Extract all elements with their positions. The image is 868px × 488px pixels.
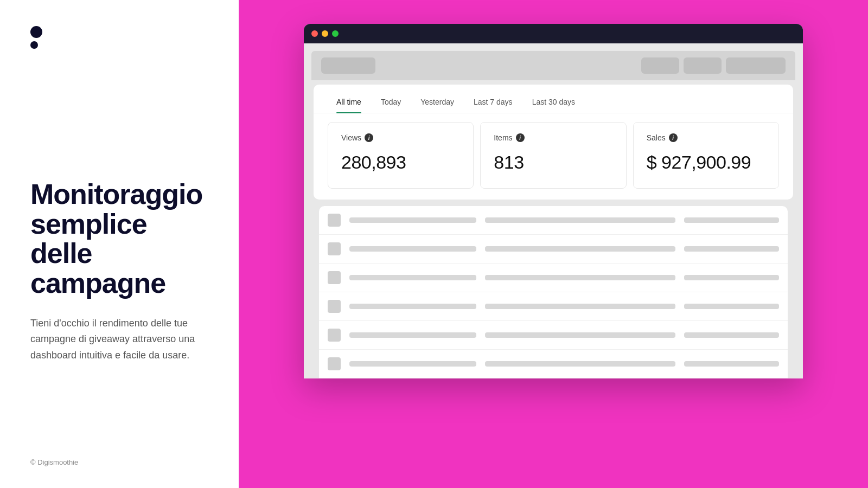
row-skel-3a (349, 275, 476, 280)
row-checkbox-1[interactable] (328, 214, 341, 227)
headline: Monitoraggio semplice delle campagne (30, 179, 208, 298)
stat-label-items-text: Items (494, 133, 512, 142)
logo (30, 26, 208, 49)
row-skel-6c (684, 361, 779, 367)
browser-mockup: All time Today Yesterday Last 7 days Las… (304, 24, 803, 378)
tab-all-time[interactable]: All time (327, 93, 371, 113)
tab-last-30-days[interactable]: Last 30 days (522, 93, 585, 113)
stat-card-sales: Sales i $ 927,900.99 (633, 122, 779, 189)
row-skel-4c (684, 304, 779, 309)
table-row (319, 235, 788, 264)
table-row (319, 292, 788, 321)
row-checkbox-2[interactable] (328, 242, 341, 255)
stats-panel: All time Today Yesterday Last 7 days Las… (314, 85, 793, 200)
row-skel-4a (349, 304, 476, 309)
table-inner (319, 206, 788, 378)
table-area (311, 204, 795, 378)
browser-close-dot (311, 30, 318, 37)
browser-maximize-dot (332, 30, 339, 37)
row-skel-5a (349, 332, 476, 338)
right-panel: All time Today Yesterday Last 7 days Las… (239, 0, 868, 488)
table-row (319, 321, 788, 350)
app-bar (311, 51, 795, 80)
left-content: Monitoraggio semplice delle campagne Tie… (30, 81, 208, 462)
row-skel-6b (485, 361, 675, 367)
views-info-icon[interactable]: i (365, 133, 373, 142)
browser-topbar (304, 24, 803, 43)
app-bar-skeleton-btn-2 (641, 57, 679, 74)
stat-label-items: Items i (494, 133, 612, 142)
tabs-row: All time Today Yesterday Last 7 days Las… (314, 85, 793, 113)
row-checkbox-4[interactable] (328, 300, 341, 313)
logo-dot-small (30, 41, 38, 49)
stat-label-views: Views i (341, 133, 460, 142)
app-bar-skeleton-btn-1 (321, 57, 375, 74)
row-skel-1b (485, 217, 675, 223)
table-row (319, 206, 788, 235)
row-checkbox-3[interactable] (328, 271, 341, 284)
stat-card-views: Views i 280,893 (328, 122, 474, 189)
stat-value-views: 280,893 (341, 152, 460, 173)
row-skel-3b (485, 275, 675, 280)
browser-content: All time Today Yesterday Last 7 days Las… (304, 43, 803, 378)
stat-label-views-text: Views (341, 133, 361, 142)
stat-card-items: Items i 813 (480, 122, 626, 189)
browser-minimize-dot (322, 30, 328, 37)
row-skel-1c (684, 217, 779, 223)
sales-info-icon[interactable]: i (669, 133, 678, 142)
row-skel-1a (349, 217, 476, 223)
table-row (319, 350, 788, 378)
row-checkbox-5[interactable] (328, 329, 341, 342)
stat-value-items: 813 (494, 152, 612, 173)
app-bar-right (641, 57, 786, 74)
tab-yesterday[interactable]: Yesterday (411, 93, 464, 113)
stat-value-sales: $ 927,900.99 (647, 152, 765, 173)
items-info-icon[interactable]: i (516, 133, 525, 142)
left-panel: Monitoraggio semplice delle campagne Tie… (0, 0, 239, 488)
stat-label-sales: Sales i (647, 133, 765, 142)
row-skel-2a (349, 246, 476, 252)
subtext: Tieni d'occhio il rendimento delle tue c… (30, 316, 204, 364)
row-skel-5c (684, 332, 779, 338)
stat-label-sales-text: Sales (647, 133, 666, 142)
table-row (319, 264, 788, 292)
app-bar-skeleton-btn-4 (726, 57, 786, 74)
row-skel-5b (485, 332, 675, 338)
row-skel-4b (485, 304, 675, 309)
tab-today[interactable]: Today (371, 93, 411, 113)
copyright: © Digismoothie (30, 458, 78, 466)
app-bar-skeleton-btn-3 (684, 57, 722, 74)
logo-dot-large (30, 26, 42, 38)
app-bar-left (321, 57, 375, 74)
row-skel-2b (485, 246, 675, 252)
row-skel-6a (349, 361, 476, 367)
tab-last-7-days[interactable]: Last 7 days (464, 93, 522, 113)
row-skel-3c (684, 275, 779, 280)
row-checkbox-6[interactable] (328, 357, 341, 370)
row-skel-2c (684, 246, 779, 252)
stats-cards: Views i 280,893 Items i 813 (314, 113, 793, 200)
